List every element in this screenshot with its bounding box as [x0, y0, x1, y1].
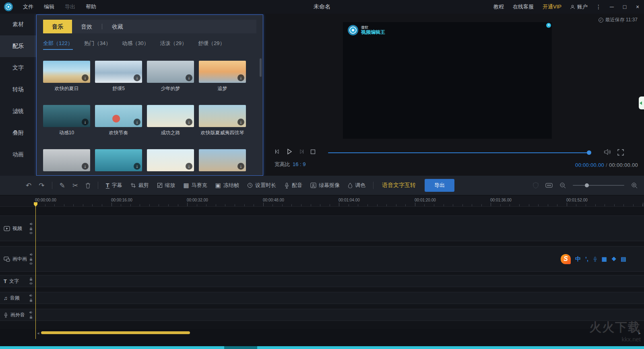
- zoom-in-icon[interactable]: [631, 182, 638, 189]
- sidebar-item-transition[interactable]: 转场: [0, 79, 36, 101]
- music-item[interactable]: ↓ 动感10: [43, 105, 90, 136]
- play-button[interactable]: [286, 148, 293, 155]
- download-icon[interactable]: ↓: [134, 163, 140, 170]
- zoom-out-icon[interactable]: [559, 182, 566, 189]
- fit-timeline-icon[interactable]: [545, 183, 553, 188]
- download-icon[interactable]: ↓: [82, 163, 89, 170]
- tab-sound-effects[interactable]: 音效: [72, 20, 101, 33]
- seek-handle[interactable]: [587, 150, 591, 155]
- sidebar-item-overlay[interactable]: 叠附: [0, 122, 36, 144]
- music-thumbnail[interactable]: ↓: [95, 105, 142, 127]
- track-mute-icon[interactable]: [29, 311, 33, 314]
- music-item[interactable]: ↓ 成功之路: [147, 105, 194, 136]
- sidebar-item-material[interactable]: 素材: [0, 14, 36, 35]
- track-visibility-icon[interactable]: [29, 232, 33, 234]
- ime-microphone-icon[interactable]: [593, 257, 597, 262]
- track-lock-icon[interactable]: [29, 315, 33, 319]
- edit-pencil-icon[interactable]: ✎: [60, 182, 65, 189]
- export-button[interactable]: 导出: [425, 179, 454, 192]
- track-audio[interactable]: ♫ 音频: [0, 292, 644, 304]
- download-icon[interactable]: ↓: [186, 74, 192, 81]
- speech-text-button[interactable]: 语音文字互转: [382, 182, 416, 189]
- vip-link[interactable]: 开通VIP: [538, 3, 566, 10]
- menu-edit[interactable]: 编辑: [39, 3, 60, 10]
- music-thumbnail[interactable]: ↓: [43, 149, 90, 171]
- minimize-button[interactable]: ─: [605, 4, 618, 10]
- mosaic-button[interactable]: ▦ 马赛克: [184, 182, 207, 189]
- seek-bar[interactable]: [328, 152, 590, 153]
- download-icon[interactable]: ↓: [186, 163, 192, 170]
- menu-export[interactable]: 导出: [60, 3, 80, 10]
- tutorial-link[interactable]: 教程: [489, 3, 508, 10]
- ime-punctuation-icon[interactable]: ’,: [585, 256, 588, 262]
- sidebar-item-music[interactable]: 配乐: [0, 35, 36, 57]
- track-voiceover[interactable]: 画外音: [0, 309, 644, 321]
- music-thumbnail[interactable]: ↓: [199, 149, 246, 171]
- track-visibility-icon[interactable]: [29, 262, 33, 265]
- music-item[interactable]: ↓: [95, 149, 142, 171]
- music-thumbnail[interactable]: ↓: [147, 149, 194, 171]
- music-item[interactable]: ↓: [147, 149, 194, 171]
- aspect-ratio[interactable]: 宽高比16 : 9: [275, 161, 306, 168]
- next-frame-button[interactable]: [298, 148, 305, 155]
- hscroll-thumb[interactable]: [41, 331, 190, 334]
- undo-icon[interactable]: ↶: [26, 182, 31, 189]
- music-item[interactable]: ↓ 少年的梦: [147, 61, 194, 92]
- music-item[interactable]: ↓: [199, 149, 246, 171]
- filter-all[interactable]: 全部（122）: [43, 40, 73, 50]
- track-mute-icon[interactable]: [29, 253, 33, 256]
- track-lock-icon[interactable]: [29, 277, 33, 281]
- download-icon[interactable]: ↓: [237, 119, 244, 125]
- tab-music[interactable]: 音乐: [43, 20, 72, 33]
- floating-edge-widget[interactable]: [639, 96, 644, 109]
- music-item[interactable]: ↓ 欢快节奏: [95, 105, 142, 136]
- freeze-frame-button[interactable]: ▣ 冻结帧: [215, 182, 239, 189]
- ime-logo-icon[interactable]: S: [561, 254, 571, 264]
- color-adjust-button[interactable]: 调色: [348, 182, 365, 189]
- download-icon[interactable]: ↓: [237, 163, 244, 170]
- menu-file[interactable]: 文件: [18, 3, 39, 10]
- track-text[interactable]: T 文字: [0, 275, 644, 287]
- ime-toolbar[interactable]: S 中 ’, ▦ ❖ ▤: [561, 253, 626, 265]
- ime-skin-icon[interactable]: ▤: [621, 256, 626, 262]
- green-screen-button[interactable]: 绿幕抠像: [310, 182, 340, 189]
- track-mute-icon[interactable]: [29, 294, 33, 297]
- download-icon[interactable]: ↓: [186, 119, 192, 125]
- menu-help[interactable]: 帮助: [80, 3, 101, 10]
- sidebar-item-text[interactable]: 文字: [0, 57, 36, 79]
- track-video[interactable]: 视频: [0, 216, 644, 241]
- filter-hot[interactable]: 热门（34）: [84, 40, 111, 50]
- music-thumbnail[interactable]: ↓: [95, 149, 142, 171]
- music-item[interactable]: ↓ 追梦: [199, 61, 246, 92]
- ime-toolbox-icon[interactable]: ❖: [611, 256, 617, 262]
- ime-keyboard-icon[interactable]: ▦: [602, 256, 607, 262]
- subtitle-button[interactable]: T 字幕: [106, 182, 122, 189]
- music-thumbnail[interactable]: ↓: [43, 61, 90, 83]
- support-link[interactable]: 在线客服: [508, 3, 538, 10]
- zoom-button[interactable]: 缩放: [157, 182, 175, 189]
- filter-lively[interactable]: 活泼（29）: [160, 40, 187, 50]
- stop-button[interactable]: [310, 149, 316, 155]
- timeline-ruler[interactable]: 00:00:00.00 00:00:16.00 00:00:32.00 00:0…: [0, 195, 644, 207]
- scroll-left-icon[interactable]: ◂: [37, 331, 39, 336]
- remove-watermark-icon[interactable]: ✕: [546, 23, 551, 28]
- filter-soothing[interactable]: 舒缓（29）: [198, 40, 225, 50]
- track-pip[interactable]: 画中画: [0, 246, 644, 272]
- music-thumbnail[interactable]: ↓: [199, 61, 246, 83]
- set-duration-button[interactable]: 设置时长: [247, 182, 276, 189]
- download-icon[interactable]: ↓: [82, 119, 89, 125]
- more-menu-icon[interactable]: ⋮: [592, 4, 605, 10]
- sidebar-item-animation[interactable]: 动画: [0, 144, 36, 166]
- music-item[interactable]: ↓ 欢快的夏日: [43, 61, 90, 92]
- download-icon[interactable]: ↓: [237, 74, 244, 81]
- volume-icon[interactable]: [604, 149, 611, 155]
- delete-trash-icon[interactable]: [85, 183, 91, 189]
- tab-favorites[interactable]: 收藏: [103, 20, 132, 33]
- redo-icon[interactable]: ↷: [39, 182, 44, 189]
- ime-language-toggle[interactable]: 中: [575, 256, 581, 262]
- music-item[interactable]: ↓ 欢快版夏威夷四弦琴: [199, 105, 246, 136]
- split-scissors-icon[interactable]: ✂: [72, 182, 78, 189]
- track-lock-icon[interactable]: [29, 298, 33, 302]
- account-button[interactable]: 账户: [566, 3, 592, 10]
- filter-dynamic[interactable]: 动感（30）: [122, 40, 149, 50]
